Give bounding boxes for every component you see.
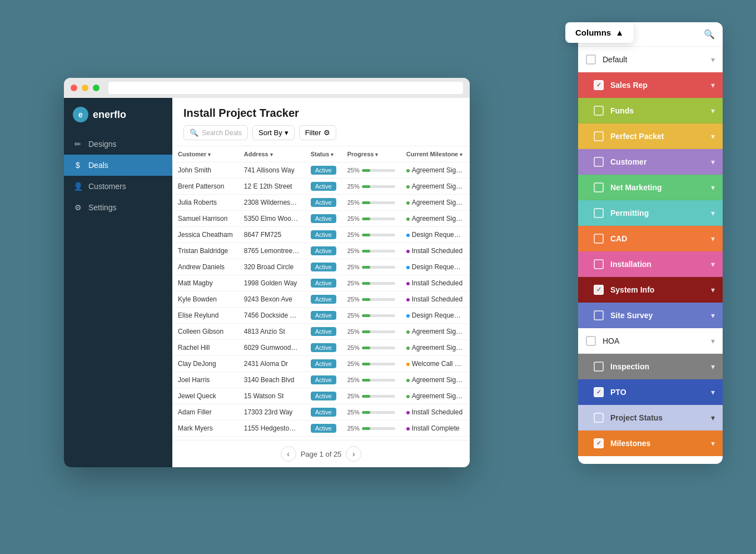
gear-icon: ⚙ [73,202,83,212]
column-checkbox-products [586,464,596,464]
table-row[interactable]: Jewel Queck 15 Watson St Active 25% Agre… [172,388,470,404]
table-row[interactable]: Brent Patterson 12 E 12th Street Active … [172,179,470,195]
column-label-installation: Installation [610,260,711,269]
sidebar-item-customers[interactable]: 👤 Customers [64,176,172,197]
cell-address: 2308 Wilderness Hill [238,195,305,211]
cell-last-milestone [468,372,470,388]
column-item-inspection[interactable]: Inspection ▾ [578,354,723,379]
table-row[interactable]: Rachel Hill 6029 Gumwood Dr Active 25% A… [172,340,470,356]
cell-progress: 25% [342,259,401,275]
column-header-progress[interactable]: Progress ▾ [342,146,401,162]
column-item-perfect_packet[interactable]: Perfect Packet ▾ [578,123,723,149]
column-header-status[interactable]: Status ▾ [305,146,342,162]
search-icon: 🔍 [704,29,715,39]
column-label-perfect_packet: Perfect Packet [610,132,711,141]
column-item-customer[interactable]: Customer ▾ [578,149,723,175]
chevron-icon: ▾ [711,337,715,345]
column-label-permitting: Permitting [610,209,711,217]
sidebar-item-settings[interactable]: ⚙ Settings [64,197,172,218]
cell-status: Active [305,259,342,275]
table-row[interactable]: John Smith 741 Allisons Way Active 25% A… [172,162,470,179]
cell-progress: 25% [342,179,401,195]
cell-customer: Colleen Gibson [172,324,238,340]
table-row[interactable]: Kyle Bowden 9243 Bexon Ave Active 25% In… [172,291,470,308]
cell-current-milestone: Agreement Signed [401,372,469,388]
prev-page-button[interactable]: ‹ [281,446,296,462]
column-item-site_survey[interactable]: Site Survey ▾ [578,303,723,328]
table-row[interactable]: Matt Magby 1998 Golden Way Active 25% In… [172,275,470,291]
chevron-icon: ▾ [711,157,715,166]
column-header-address[interactable]: Address ▾ [238,146,305,162]
table-row[interactable]: Adam Filler 17303 23rd Way Active 25% In… [172,404,470,421]
pencil-icon: ✏ [73,139,83,149]
cell-progress: 25% [342,404,401,421]
search-placeholder: Search Deals [202,129,242,137]
sidebar-item-deals[interactable]: $ Deals [64,155,172,176]
cell-address: 8647 FM725 [238,227,305,243]
table-row[interactable]: Julia Roberts 2308 Wilderness Hill Activ… [172,195,470,211]
chevron-up-icon: ▲ [615,28,624,37]
cell-progress: 25% [342,324,401,340]
filter-button[interactable]: Filter ⚙ [299,125,336,140]
table-row[interactable]: Tristan Baldridge 8765 Lemontree St Acti… [172,243,470,259]
column-item-products[interactable]: Products ▾ [578,456,723,464]
cell-last-milestone: Welcome Call Scheduled [468,356,470,372]
column-checkbox-hoa [586,336,596,346]
column-label-inspection: Inspection [610,362,711,371]
cell-last-milestone: Welcome Call Complete [468,308,470,324]
cell-address: 1155 Hedgestone Dr [238,421,305,437]
main-content: Install Project Tracker 🔍 Search Deals S… [172,98,470,467]
cell-address: 741 Allisons Way [238,162,305,179]
table-row[interactable]: Samuel Harrison 5350 Elmo Wooden Active … [172,211,470,227]
column-checkbox-project_status [594,413,604,423]
cell-address: 8765 Lemontree St [238,243,305,259]
sidebar: e enerflo ✏ Designs $ Deals 👤 Customers … [64,98,172,467]
search-deals-input[interactable]: 🔍 Search Deals [183,125,248,140]
columns-panel: 🔍 Default ▾ Sales Rep ▾ Funds ▾ Perfect … [578,22,723,464]
cell-customer: Samuel Harrison [172,211,238,227]
cell-status: Active [305,275,342,291]
column-item-hoa[interactable]: HOA ▾ [578,328,723,354]
sidebar-item-designs[interactable]: ✏ Designs [64,133,172,155]
cell-current-milestone: Agreement Signed [401,388,469,404]
cell-progress: 25% [342,308,401,324]
table-row[interactable]: Colleen Gibson 4813 Anzio St Active 25% … [172,324,470,340]
cell-current-milestone: Agreement Signed [401,195,469,211]
cell-progress: 25% [342,388,401,404]
cell-address: 15 Watson St [238,388,305,404]
column-item-system_info[interactable]: System Info ▾ [578,277,723,303]
column-item-project_status[interactable]: Project Status ▾ [578,405,723,431]
table-row[interactable]: Joel Harris 3140 Beach Blvd Active 25% A… [172,372,470,388]
column-checkbox-inspection [594,362,604,372]
cell-current-milestone: Agreement Signed [401,340,469,356]
table-row[interactable]: Mark Myers 1155 Hedgestone Dr Active 25%… [172,421,470,437]
cell-current-milestone: Agreement Signed [401,324,469,340]
column-item-funds[interactable]: Funds ▾ [578,98,723,123]
column-item-permitting[interactable]: Permitting ▾ [578,200,723,226]
column-header-last-completed-milestone[interactable]: Last Completed Milestone ▾ [468,146,470,162]
column-item-net_marketing[interactable]: Net Marketing ▾ [578,175,723,200]
table-row[interactable]: Jessica Cheatham 8647 FM725 Active 25% D… [172,227,470,243]
column-item-installation[interactable]: Installation ▾ [578,251,723,277]
columns-button[interactable]: Columns ▲ [565,22,634,43]
cell-address: 1998 Golden Way [238,275,305,291]
column-item-default[interactable]: Default ▾ [578,47,723,72]
table-row[interactable]: Elise Reylund 7456 Dockside Terrace Acti… [172,308,470,324]
column-header-customer[interactable]: Customer ▾ [172,146,238,162]
column-item-pto[interactable]: PTO ▾ [578,379,723,405]
column-header-current-milestone[interactable]: Current Milestone ▾ [401,146,469,162]
column-item-cad[interactable]: CAD ▾ [578,226,723,251]
column-item-sales_rep[interactable]: Sales Rep ▾ [578,72,723,98]
cell-progress: 25% [342,243,401,259]
cell-customer: Adam Filler [172,404,238,421]
column-item-milestones[interactable]: Milestones ▾ [578,431,723,456]
cell-current-milestone: Install Scheduled [401,404,469,421]
sort-button[interactable]: Sort By ▾ [252,125,295,140]
column-label-net_marketing: Net Marketing [610,183,711,192]
next-page-button[interactable]: › [346,446,361,462]
dollar-icon: $ [73,160,83,170]
cell-status: Active [305,421,342,437]
address-bar[interactable] [108,82,463,94]
table-row[interactable]: Clay DeJong 2431 Aloma Dr Active 25% Wel… [172,356,470,372]
table-row[interactable]: Andrew Daniels 320 Broad Circle Active 2… [172,259,470,275]
